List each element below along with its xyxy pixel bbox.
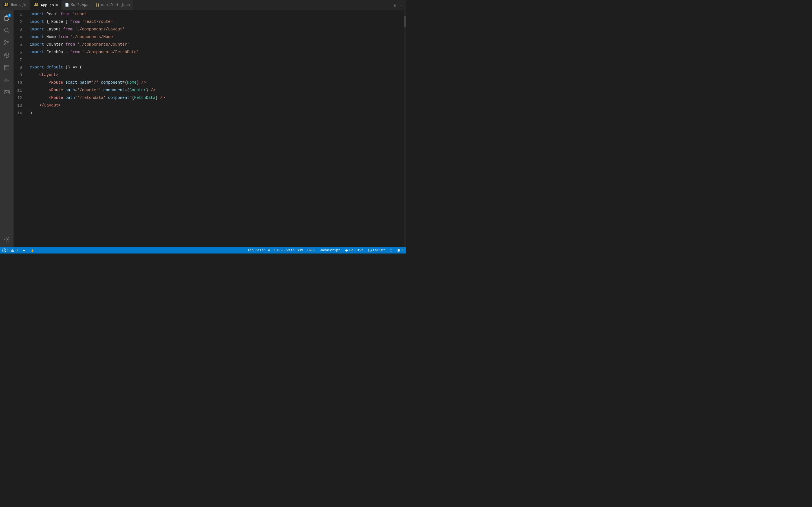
svg-line-3	[8, 31, 9, 33]
scrollbar-thumb[interactable]	[404, 16, 406, 27]
line-content: import FetchData from './components/Fetc…	[28, 48, 406, 56]
line-content: import Counter from './components/Counte…	[28, 41, 406, 48]
settings-file-icon: 📄	[65, 3, 69, 7]
table-row: 4import Home from './components/Home'	[13, 33, 406, 41]
status-encoding[interactable]: UTF-8 with BOM	[274, 248, 303, 252]
tab-label-app-js: App.js	[41, 3, 54, 7]
status-tab-size[interactable]: Tab Size: 4	[248, 248, 270, 252]
tab-modified-dot	[56, 4, 58, 6]
activity-icon-settings[interactable]	[1, 234, 12, 245]
tab-bar: JS Home.js JS App.js 📄 Settings {} manif…	[0, 0, 406, 10]
status-bell[interactable]: 1	[397, 248, 404, 252]
svg-point-28	[12, 251, 13, 251]
table-row: 6import FetchData from './components/Fet…	[13, 48, 406, 56]
tab-home-js[interactable]: JS Home.js	[0, 0, 30, 10]
table-row: 13 </Layout>	[13, 101, 406, 109]
status-bar: 0 0 Tab Size: 4 UTF-8 with BOM CRLF Java…	[0, 247, 406, 253]
table-row: 14)	[13, 109, 406, 117]
split-editor-button[interactable]: ◫	[394, 2, 397, 8]
svg-point-4	[4, 41, 6, 42]
table-row: 5import Counter from './components/Count…	[13, 41, 406, 48]
files-badge: 1	[7, 13, 11, 17]
status-go-live[interactable]: Go Live	[345, 248, 363, 252]
status-flame[interactable]	[31, 248, 35, 252]
svg-rect-1	[5, 17, 8, 21]
svg-point-2	[4, 28, 8, 32]
status-smiley[interactable]: ☺	[390, 248, 392, 252]
line-number: 11	[13, 86, 28, 94]
tab-app-js[interactable]: JS App.js	[30, 0, 61, 10]
svg-point-6	[8, 41, 9, 43]
activity-icon-email[interactable]	[1, 87, 12, 98]
line-content: </Layout>	[28, 101, 406, 109]
language-label: JavaScript	[320, 248, 340, 252]
svg-point-13	[5, 66, 6, 66]
activity-icon-source-control[interactable]	[1, 37, 12, 48]
status-eslint[interactable]: ESLint	[368, 248, 385, 252]
line-content: import Home from './components/Home'	[28, 33, 406, 41]
scrollbar-track[interactable]	[404, 10, 406, 247]
svg-marker-32	[368, 249, 371, 252]
line-number: 4	[13, 33, 28, 41]
bell-count: 1	[402, 248, 404, 252]
svg-rect-18	[5, 78, 6, 79]
line-content: <Route path='/fetchdata' component={Fetc…	[28, 94, 406, 101]
line-content: export default () => (	[28, 63, 406, 71]
line-number: 5	[13, 41, 28, 48]
svg-marker-29	[23, 249, 25, 252]
tab-label-home-js: Home.js	[11, 3, 26, 7]
svg-point-31	[346, 250, 347, 251]
tab-manifest-json[interactable]: {} manifest.json	[92, 0, 134, 10]
encoding-label: UTF-8 with BOM	[274, 248, 303, 252]
line-ending-label: CRLF	[307, 248, 315, 252]
activity-icon-search[interactable]	[1, 25, 12, 36]
line-content: import { Route } from 'react-router'	[28, 18, 406, 25]
status-line-ending[interactable]: CRLF	[307, 248, 315, 252]
activity-icon-remote[interactable]	[1, 62, 12, 73]
code-table: 1import React from 'react'2import { Rout…	[13, 10, 406, 117]
js-icon-app: JS	[33, 3, 39, 7]
table-row: 12 <Route path='/fetchdata' component={F…	[13, 94, 406, 101]
svg-point-14	[6, 66, 7, 66]
line-number: 3	[13, 25, 28, 33]
svg-point-26	[4, 251, 4, 251]
smiley-icon: ☺	[390, 248, 392, 252]
tab-size-label: Tab Size: 4	[248, 248, 270, 252]
svg-rect-17	[6, 80, 7, 80]
line-number: 13	[13, 101, 28, 109]
editor-area: 1import React from 'react'2import { Rout…	[13, 10, 406, 247]
line-number: 2	[13, 18, 28, 25]
line-number: 12	[13, 94, 28, 101]
line-content: <Route path='/counter' component={Counte…	[28, 86, 406, 94]
line-number: 8	[13, 63, 28, 71]
line-content	[28, 56, 406, 63]
line-number: 6	[13, 48, 28, 56]
activity-icon-extensions[interactable]	[1, 50, 12, 61]
line-number: 10	[13, 78, 28, 86]
line-content: )	[28, 109, 406, 117]
json-icon: {}	[96, 3, 100, 7]
status-lightning[interactable]	[22, 248, 26, 252]
table-row: 10 <Route exact path='/' component={Home…	[13, 78, 406, 86]
table-row: 7	[13, 56, 406, 63]
tab-label-settings: Settings	[71, 3, 88, 7]
line-number: 9	[13, 71, 28, 78]
table-row: 9 <Layout>	[13, 71, 406, 78]
line-content: <Layout>	[28, 71, 406, 78]
svg-point-5	[4, 44, 6, 45]
line-number: 1	[13, 10, 28, 18]
code-editor[interactable]: 1import React from 'react'2import { Rout…	[13, 10, 406, 247]
tab-actions: ◫ ⋯	[391, 2, 406, 8]
activity-bar: 1	[0, 10, 13, 247]
activity-icon-docker[interactable]	[1, 74, 12, 86]
main-layout: 1	[0, 10, 406, 247]
tab-settings[interactable]: 📄 Settings	[61, 0, 92, 10]
activity-icon-files[interactable]: 1	[1, 12, 12, 24]
warning-count: 0	[15, 248, 17, 252]
svg-rect-15	[4, 80, 5, 80]
more-actions-button[interactable]: ⋯	[400, 2, 403, 8]
status-errors[interactable]: 0 0	[2, 248, 17, 252]
table-row: 8export default () => (	[13, 63, 406, 71]
svg-rect-16	[5, 80, 6, 80]
status-language[interactable]: JavaScript	[320, 248, 340, 252]
